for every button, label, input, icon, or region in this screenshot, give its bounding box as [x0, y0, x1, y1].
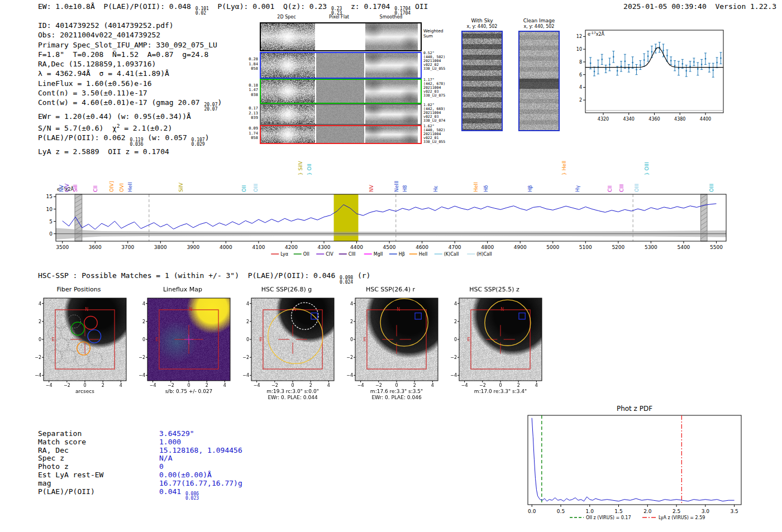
svg-text:e-17x2Å: e-17x2Å [588, 31, 605, 37]
cutout-panel-r: HSC SSP(26.4) r−4−4−2−2002244NEm:17.6 re… [338, 286, 442, 404]
cutout-caption: EWr: 0. PLAE: 0.046 [349, 395, 444, 400]
with-sky-title: With Sky [460, 18, 504, 24]
cutout-panel-g: HSC SSP(26.8) g−4−4−2−2002244NEm:19.3 rc… [235, 286, 338, 404]
svg-text:−2: −2 [479, 383, 486, 388]
emission-line-label: } HeII [561, 161, 567, 175]
svg-text:4100: 4100 [252, 245, 265, 250]
with-sky-coords: x, y: 440, 502 [460, 24, 504, 30]
cutout-overlay: −4−4−2−2002244NE [131, 286, 235, 404]
svg-text:0: 0 [49, 231, 53, 237]
cutout-panels: Fiber Positions−4−4−2−2002244NEarcsecsLi… [0, 286, 559, 406]
pixel-flat-image [316, 53, 364, 78]
fiber-circle [88, 330, 101, 343]
cutout-panel-z: HSC SSP(25.5) z−4−4−2−2002244NEm:17.0 re… [442, 286, 546, 404]
info-line: Primary Spec_Slot_IFU_AMP: 330_092_075_L… [38, 40, 222, 50]
svg-text:4: 4 [454, 301, 457, 306]
spec2d-row-weights: 0.091.74058 [246, 126, 258, 141]
svg-text:0: 0 [454, 337, 457, 342]
spec2d-image [261, 80, 315, 103]
spec2d-row [260, 79, 422, 104]
info-line: Cont(n) = 3.50(±0.11)e-17 [38, 88, 222, 98]
match-label: Est LyA rest-EW [38, 471, 159, 480]
match-value: 1.000 [159, 438, 181, 446]
emission-line-label: OIII [634, 184, 640, 192]
emission-line-label: OVI [119, 183, 125, 192]
svg-text:5300: 5300 [645, 245, 657, 250]
svg-text:3500: 3500 [56, 245, 69, 250]
spec2d-row-info: 1.62"(440, 502)20211004v022_01330_LU_055 [423, 124, 454, 144]
spec2d-image [261, 23, 315, 50]
cutout-caption: m:19.3 rc:3.0" s:0.0" [245, 389, 340, 394]
info-line: P(LAE)/P(OII): 0.062 0.1190.036 (w: 0.05… [38, 133, 222, 147]
match-label: Spec z [38, 454, 159, 463]
match-value: 16.77(16.77,16.77)g [159, 479, 242, 487]
full-spectrum-svg: 0510153500360037003800390040004100420043… [42, 146, 737, 263]
extraction-box [471, 310, 530, 369]
line-fit-inset-svg: 2468101243204340436043804400e-17x2Å [559, 25, 732, 131]
info-line: S/N = 5.7(±0.6) χ2 = 2.1(±0.2) [38, 122, 222, 133]
match-row: mag16.77(16.77,16.77)g [38, 480, 242, 488]
spec2d-row-weights: 0.281.84058 [246, 57, 258, 71]
stacked-uncertainty: 0.0860.023 [185, 492, 199, 501]
match-row: Photo z0 [38, 463, 242, 471]
catalog-ellipse [380, 299, 428, 346]
svg-text:4: 4 [431, 383, 434, 388]
legend-item: OII [303, 252, 309, 257]
emission-line-label: NV [369, 184, 374, 192]
svg-text:3700: 3700 [121, 245, 134, 250]
svg-text:−2: −2 [35, 355, 41, 360]
svg-text:−4: −4 [254, 383, 260, 388]
col-title-pixelflat: Pixel Flat [314, 15, 364, 20]
svg-text:4: 4 [39, 301, 41, 306]
svg-text:4340: 4340 [623, 117, 635, 122]
stacked-uncertainty: 0.1070.029 [192, 138, 205, 147]
emission-line-label: OIII [253, 184, 259, 192]
svg-text:−2: −2 [375, 383, 382, 388]
svg-text:−4: −4 [346, 373, 353, 378]
svg-text:3900: 3900 [187, 245, 199, 250]
svg-text:1.5: 1.5 [614, 509, 622, 514]
svg-text:0: 0 [350, 337, 353, 342]
svg-text:4500: 4500 [383, 245, 396, 250]
match-table: Separation3.64529"Match score1.000RA, De… [38, 430, 242, 496]
info-line: RA,Dec (15.128859,1.093716) [38, 59, 222, 69]
pixel-flat-image [316, 80, 364, 103]
match-label: RA, Dec [38, 447, 159, 455]
svg-text:4360: 4360 [649, 117, 660, 122]
svg-text:2.0: 2.0 [643, 509, 652, 514]
match-row: RA, Dec15.128168, 1.094456 [38, 447, 242, 455]
info-line: ID: 4014739252 (4014739252.pdf) [38, 21, 222, 30]
info-line: Cont(w) = 4.60(±0.01)e-17 (gmag 20.07 20… [38, 98, 222, 112]
emission-line-label: OIV] [109, 181, 115, 192]
legend-item: Hβ [399, 252, 405, 257]
svg-text:−4: −4 [35, 373, 41, 378]
match-value: N/A [159, 454, 172, 462]
fiber-circle [55, 338, 68, 351]
svg-text:2: 2 [454, 319, 457, 324]
info-line: λ = 4362.94Å σ = 4.41(±1.89)Å [38, 69, 222, 78]
svg-text:0: 0 [499, 383, 502, 388]
compass-north-label: N [85, 307, 88, 312]
elixer-report: EW: 1.0±10.8Å P(LAE)/P(OII): 0.048 0.101… [0, 0, 782, 532]
fiber-circle [84, 316, 97, 329]
cutout-caption: m:17.6 re:3.3" s:3.5" [349, 389, 444, 394]
svg-text:3.5: 3.5 [730, 509, 738, 514]
match-row: Spec zN/A [38, 454, 242, 463]
spec2d-image [261, 126, 315, 143]
svg-text:0.0: 0.0 [528, 509, 536, 514]
cutout-caption: EWr: 0. PLAE: 0.044 [245, 395, 340, 400]
info-line: EWr = 1.20(±0.44) (w: 0.95(±0.34))Å [38, 112, 222, 121]
spec2d-image [261, 105, 315, 124]
stacked-uncertainty: 20.0720.07 [204, 103, 217, 112]
compass-east-label: E [155, 337, 158, 342]
emission-line-label: Hβ [527, 185, 533, 192]
spectrum-line [63, 204, 717, 229]
fiber-circle [69, 338, 82, 351]
svg-text:5: 5 [49, 219, 53, 224]
pixel-flat-image [316, 126, 364, 143]
svg-text:−2: −2 [271, 383, 278, 388]
svg-text:10: 10 [576, 47, 582, 52]
svg-text:8: 8 [579, 60, 582, 65]
svg-text:0.5: 0.5 [557, 509, 565, 514]
svg-text:2: 2 [517, 383, 520, 388]
